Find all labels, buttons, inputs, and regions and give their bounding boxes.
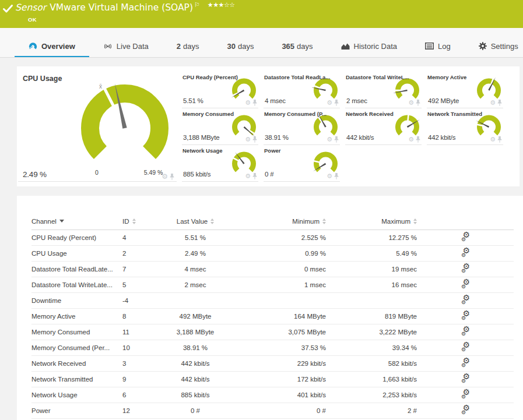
gauge-title: Power [264, 147, 281, 154]
tab-log[interactable]: Log [411, 28, 465, 57]
channel-row[interactable]: Network Received3442 kbit/s229 kbit/s582… [31, 355, 514, 371]
pin-icon[interactable] [334, 136, 339, 143]
channel-settings-gears-icon[interactable]: ⚙⚙ [461, 248, 470, 257]
gauge-title: Network Received [346, 111, 394, 117]
gauge-title: Network Transmitted [427, 111, 482, 117]
gear-small-icon: ⚙ [461, 284, 466, 290]
tab-historic-data-label: Historic Data [354, 42, 397, 51]
column-header-channel[interactable]: Channel [31, 213, 122, 230]
channel-name: Network Received [31, 355, 122, 371]
pin-icon[interactable] [416, 100, 420, 106]
gauge-tile-cpu-usage-primary: CPU Usage x̄05.49 %2.49 %⚙ [18, 72, 177, 182]
gear-icon[interactable]: ⚙ [245, 100, 251, 106]
tab-365-days[interactable]: 365days [268, 28, 327, 57]
gauge-tile-5: Memory Consumed 3,188 MByte⚙ [182, 108, 258, 145]
gear-small-icon: ⚙ [461, 410, 466, 415]
channel-settings-gears-icon[interactable]: ⚙⚙ [461, 327, 470, 336]
channel-maximum: 12.275 % [326, 230, 417, 245]
gauge-tile-4: Memory Active 492 MByte⚙ [427, 72, 503, 108]
pin-icon[interactable] [497, 136, 502, 143]
channel-minimum: 164 MByte [219, 308, 326, 324]
channel-maximum: 39.34 % [326, 340, 417, 355]
channel-maximum: 582 kbit/s [326, 355, 417, 371]
tab-historic-data[interactable]: Historic Data [327, 28, 411, 57]
pin-icon[interactable] [497, 100, 502, 106]
gauge-value: 492 MByte [428, 97, 459, 104]
gear-icon[interactable]: ⚙ [490, 100, 496, 106]
tab-overview[interactable]: Overview [15, 28, 89, 57]
channel-maximum: 2,253 kbit/s [326, 387, 417, 403]
channel-maximum: 5.49 % [326, 245, 417, 261]
column-header-maximum[interactable]: Maximum [326, 213, 417, 230]
gear-icon[interactable]: ⚙ [408, 100, 414, 106]
priority-stars[interactable]: ★★★☆☆ [208, 1, 235, 9]
channel-maximum: 19 msec [326, 261, 417, 277]
channel-settings-gears-icon[interactable]: ⚙⚙ [461, 358, 470, 368]
column-label: Channel [31, 218, 57, 225]
channel-row[interactable]: Memory Consumed (Per...1038.91 %37.53 %3… [31, 340, 514, 355]
pin-icon[interactable] [252, 136, 257, 143]
gear-icon[interactable]: ⚙ [327, 174, 332, 179]
tab-live-data[interactable]: Live Data [89, 28, 163, 57]
pin-icon[interactable] [416, 136, 420, 143]
channel-settings-gears-icon[interactable]: ⚙⚙ [461, 405, 470, 415]
gauge-value: 2 msec [346, 97, 367, 104]
channel-row[interactable]: Datastore Total ReadLate...74 msec0 msec… [31, 261, 514, 277]
channel-row[interactable]: Datastore Total WriteLate...52 msec1 mse… [31, 277, 514, 292]
gauge-tile-6: Memory Consumed (P... 38.91 %⚙ [264, 108, 340, 145]
gear-icon[interactable]: ⚙ [327, 100, 332, 106]
channel-settings-gears-icon[interactable]: ⚙⚙ [461, 295, 470, 305]
channel-row[interactable]: Network Usage6885 kbit/s401 kbit/s2,253 … [31, 387, 514, 403]
gear-icon[interactable]: ⚙ [245, 137, 251, 143]
channel-last-value: 492 MByte [172, 308, 219, 324]
channel-row[interactable]: Downtime-4⚙⚙ [31, 292, 514, 308]
channel-name: Network Usage [31, 387, 122, 403]
tab-30-days[interactable]: 30days [213, 28, 268, 57]
gear-icon[interactable]: ⚙ [162, 174, 168, 180]
channel-settings-gears-icon[interactable]: ⚙⚙ [461, 280, 470, 289]
gear-icon[interactable]: ⚙ [490, 137, 496, 143]
tile-actions: ⚙ [327, 136, 339, 143]
channel-settings-gears-icon[interactable]: ⚙⚙ [461, 390, 470, 399]
channel-settings-gears-icon[interactable]: ⚙⚙ [461, 232, 470, 242]
channel-row[interactable]: CPU Ready (Percent)45.51 %2.525 %12.275 … [31, 230, 514, 245]
channel-minimum: 0 msec [219, 261, 326, 277]
channel-row[interactable]: Memory Consumed113,188 MByte3,075 MByte3… [31, 324, 514, 340]
flag-icon[interactable]: ⚐ [194, 1, 200, 9]
gear-icon[interactable]: ⚙ [245, 174, 251, 179]
channel-settings-gears-icon[interactable]: ⚙⚙ [461, 374, 470, 383]
channel-row[interactable]: Power120 #0 #2 #⚙⚙ [31, 403, 514, 418]
gear-small-icon: ⚙ [461, 315, 466, 321]
pin-icon[interactable] [334, 173, 339, 179]
column-label: ID [122, 218, 129, 225]
gear-icon[interactable]: ⚙ [327, 137, 332, 143]
column-header-minimum[interactable]: Minimum [219, 213, 326, 230]
channel-name: Memory Active [31, 308, 122, 324]
tab-settings[interactable]: Settings [465, 28, 523, 57]
gauge-tile-8: Network Transmitted 442 kbit/s⚙ [427, 108, 503, 145]
column-header-actions [417, 213, 514, 230]
pin-icon[interactable] [252, 100, 257, 106]
channel-settings-gears-icon[interactable]: ⚙⚙ [461, 264, 470, 273]
channel-id: 5 [122, 277, 172, 292]
channel-name: CPU Usage [31, 245, 122, 261]
tile-actions: ⚙ [245, 136, 257, 143]
channel-row[interactable]: CPU Usage22.49 %0.99 %5.49 %⚙⚙ [31, 245, 514, 261]
gauge-value: 5.51 % [183, 97, 203, 104]
column-header-id[interactable]: ID [122, 213, 172, 230]
pin-icon[interactable] [252, 173, 257, 179]
pin-icon[interactable] [334, 100, 339, 106]
channel-row[interactable]: Memory Active8492 MByte164 MByte819 MByt… [31, 308, 514, 324]
channel-row[interactable]: Network Transmitted9442 kbit/s172 kbit/s… [31, 371, 514, 387]
channel-id: 3 [122, 355, 172, 371]
channel-settings-gears-icon[interactable]: ⚙⚙ [461, 343, 470, 352]
mini-gauge [312, 77, 339, 100]
pin-icon[interactable] [170, 174, 174, 180]
gear-icon[interactable]: ⚙ [408, 137, 414, 143]
gauge-value: 3,188 MByte [183, 134, 219, 141]
channel-last-value: 442 kbit/s [172, 355, 219, 371]
channel-settings-gears-icon[interactable]: ⚙⚙ [461, 311, 470, 320]
tab-2-days[interactable]: 2days [163, 28, 213, 57]
column-header-last-value[interactable]: Last Value [172, 213, 219, 230]
mini-gauge [230, 114, 258, 137]
